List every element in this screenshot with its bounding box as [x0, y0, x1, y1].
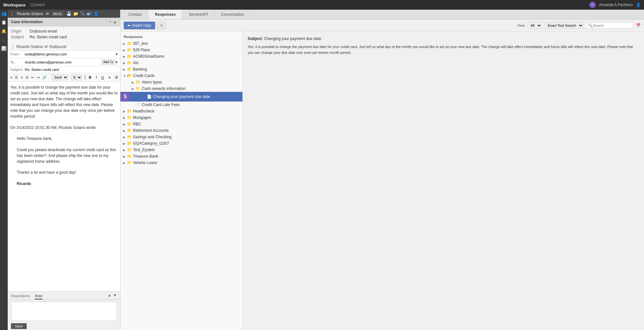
subject-input[interactable] — [25, 68, 118, 72]
tree-item-rbc[interactable]: ▶ 📁 RBC — [120, 121, 242, 127]
view-select[interactable]: All — [527, 22, 542, 29]
case-info-body: Origin Outbound email Subject Re: Stolen… — [8, 26, 120, 43]
sidebar-agents-icon[interactable]: 👥 — [1, 11, 6, 16]
tree-item-test-eystein[interactable]: ▶ 📁 Test_Eystein — [120, 147, 242, 153]
tree-item-acme[interactable]: ▶ 📁 ACMEGmailDemo — [120, 53, 242, 60]
tree-item-alo[interactable]: ▶ 📁 Alo — [120, 60, 242, 66]
tree-item-creditcards[interactable]: ▼ 📂 Credit Cards — [120, 73, 242, 79]
connect-link[interactable]: Connect — [30, 3, 45, 7]
tree-label: GQACategory_t1007 — [133, 141, 169, 146]
folder-icon: 📁 — [127, 135, 132, 139]
folder-icon: 📁 — [136, 80, 140, 84]
sidebar-cases-icon[interactable]: 📋 — [1, 20, 6, 25]
add-case-icon[interactable]: + — [109, 20, 111, 24]
italic-button[interactable]: I — [95, 75, 98, 80]
tab-service-api[interactable]: ServiceAPI — [182, 10, 214, 19]
indent-icon[interactable]: ⇥ — [37, 75, 40, 80]
to-dropdown-icon[interactable]: ▾ — [116, 60, 118, 64]
attach-icon[interactable]: 📎 — [80, 11, 85, 16]
insert-copy-button[interactable]: ⬅ Insert copy — [124, 22, 155, 29]
bold-button[interactable]: B — [88, 75, 92, 80]
tree-item-gqa[interactable]: ▶ 📁 GQACategory_t1007 — [120, 140, 242, 147]
folder-icon: 📁 — [127, 54, 132, 59]
justify-icon[interactable]: ☰ — [25, 75, 29, 80]
email-quote-line2: Thanks a lot and have a good day! — [17, 170, 118, 175]
user-name: Amanda A Pacheco — [599, 3, 633, 7]
save-button[interactable]: Save — [11, 323, 27, 329]
tab-responses[interactable]: Responses — [148, 10, 182, 19]
tree-item-savings[interactable]: ▶ 📁 Savings and Checking — [120, 134, 242, 140]
tab-dispositions[interactable]: Dispositions — [11, 293, 30, 299]
add-cc-button[interactable]: Add Cc — [101, 59, 116, 65]
response-preview: Subject: Changing your payment due date.… — [243, 32, 644, 330]
tree-label: Alarm types — [142, 80, 162, 84]
case-subject-row: Subject Re: Stolen credit card — [11, 35, 117, 39]
tree-item-cash-rewards[interactable]: ▶ 📁 Cash rewards information — [120, 85, 242, 92]
link-icon[interactable]: 🔗 — [42, 75, 47, 80]
size-select[interactable]: 9pt — [71, 74, 82, 80]
calendar-icon[interactable]: 📅 — [636, 23, 641, 28]
tree-label: ACMEGmailDemo — [133, 54, 165, 59]
tree-item-changing-payment-row[interactable]: 5 📄 Changing your payment due date — [120, 92, 242, 102]
from-label: From: — [10, 52, 25, 56]
toggle-icon: ▶ — [123, 135, 127, 139]
email-quote-signature: Ricardo — [17, 181, 118, 187]
tree-item-treasure-bank[interactable]: ▶ 📁 Treasure Bank — [120, 153, 242, 160]
note-textarea[interactable] — [11, 302, 117, 321]
save-icon[interactable]: 💾 — [66, 11, 71, 16]
font-select[interactable]: Serif — [52, 74, 68, 80]
align-center-icon[interactable]: ☰ — [15, 75, 18, 80]
collapse-down-icon[interactable]: ▼ — [113, 293, 117, 299]
tree-item-629plans[interactable]: ▶ 📁 629 Plans — [120, 47, 242, 53]
folder-icon: 📁 — [127, 67, 132, 72]
tree-item-credit-late[interactable]: 📄 Credit Card Late Fees — [120, 102, 242, 108]
email-to-row: To... Add Cc ▾ — [8, 58, 120, 66]
sidebar-chart-icon[interactable]: 📊 — [1, 46, 6, 51]
align-left-icon[interactable]: ≡ — [10, 75, 12, 79]
tree-item-banking[interactable]: ▶ 📁 Banking — [120, 66, 242, 73]
tree-label: Credit Cards — [133, 73, 155, 78]
tree-item-retirement[interactable]: ▶ 📁 Retirement Accounts — [120, 127, 242, 134]
tree-item-alarm-types[interactable]: ▶ 📁 Alarm types — [120, 79, 242, 85]
preview-subject: Subject: Changing your payment due date. — [248, 36, 639, 41]
bottom-tab-actions: ▲ ▼ — [108, 293, 117, 299]
list-unordered-button[interactable]: ≡ — [108, 75, 111, 80]
search-type-select[interactable]: Exact Text Search — [545, 22, 583, 29]
tree-item-357test[interactable]: ▶ 📁 357_test — [120, 40, 242, 47]
tab-conversation[interactable]: Conversation — [215, 10, 251, 19]
toolbar-left-group: ⬅ Insert copy ☆ — [124, 22, 166, 29]
tree-item-changing-payment[interactable]: 📄 Changing your payment due date — [132, 93, 242, 100]
underline-button[interactable]: U — [100, 75, 105, 80]
routing-email-icon: ✉ — [44, 44, 48, 49]
right-panel: Contact Responses ServiceAPI Conversatio… — [120, 10, 644, 330]
from-input[interactable] — [25, 52, 116, 56]
expand-case-icon[interactable]: ▲ — [113, 20, 117, 24]
star-button[interactable]: ☆ — [157, 22, 166, 29]
origin-value: Outbound email — [30, 29, 57, 34]
contact-icon[interactable]: 👤 — [93, 11, 99, 16]
floppy-icon[interactable]: 📁 — [73, 11, 78, 16]
tab-note[interactable]: Note — [35, 293, 42, 299]
tree-item-vehicle-loans[interactable]: ▶ 📁 Vehicle Loans — [120, 160, 242, 166]
sidebar-bell-icon[interactable]: 🔔 — [1, 29, 6, 34]
doc-icon: 📄 — [147, 94, 152, 99]
collapse-up-icon[interactable]: ▲ — [108, 293, 111, 299]
sidebar-phone-icon[interactable]: 📞 — [1, 37, 6, 42]
color-picker[interactable] — [85, 75, 85, 80]
tree-item-healthcheck[interactable]: ▶ 📁 Healthcheck — [120, 108, 242, 114]
tree-item-mortgages[interactable]: ▶ 📁 Mortgages — [120, 114, 242, 121]
tab-contact[interactable]: Contact — [122, 10, 148, 19]
tree-label: Alo — [133, 61, 138, 65]
to-input[interactable] — [25, 60, 101, 64]
from-dropdown-icon[interactable]: ▾ — [116, 52, 118, 56]
mail-icon[interactable]: 📬 — [87, 11, 92, 16]
email-body[interactable]: Yes, it is possible to change the paymen… — [8, 82, 120, 291]
search-input[interactable] — [593, 24, 631, 27]
align-right-icon[interactable]: ≡ — [21, 75, 23, 79]
list-ordered-button[interactable]: ☰ — [114, 75, 119, 80]
preview-subject-value: Changing your payment due date. — [264, 36, 322, 41]
outdent-icon[interactable]: ⇤ — [31, 75, 34, 80]
search-icon: 🔍 — [588, 23, 593, 28]
routing-direction: Outbound — [49, 44, 66, 49]
tree-label: Test_Eystein — [133, 148, 155, 152]
